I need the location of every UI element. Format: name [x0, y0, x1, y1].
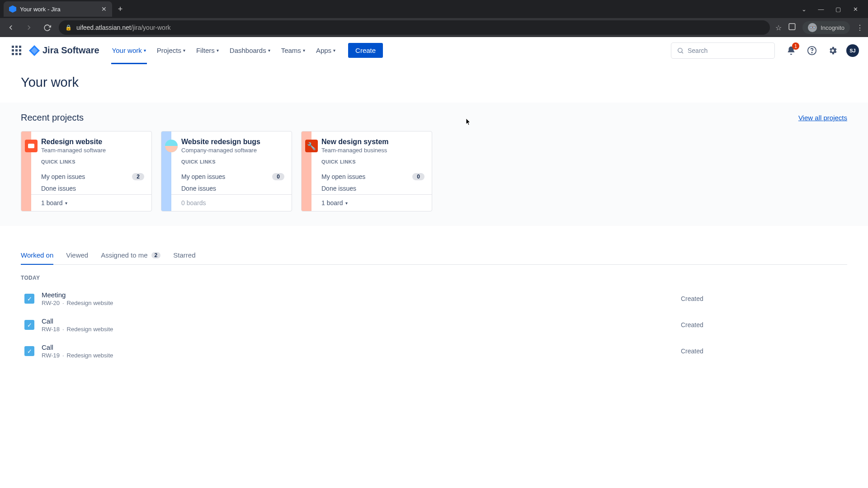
create-button[interactable]: Create [348, 43, 383, 58]
project-type: Team-managed software [41, 147, 143, 154]
user-avatar[interactable]: SJ [846, 44, 859, 57]
project-card[interactable]: 🔧 New design system Team-managed busines… [301, 131, 432, 211]
issue-row[interactable]: ✓ Call RW-19·Redesign website Created [21, 338, 847, 364]
project-type: Company-managed software [181, 147, 283, 154]
issue-status: Created [681, 321, 844, 328]
incognito-label: Incognito [821, 24, 844, 31]
project-type: Team-managed business [321, 147, 424, 154]
chevron-down-icon: ▾ [303, 48, 305, 53]
issue-title: Meeting [42, 291, 674, 299]
project-name: Website redesign bugs [181, 138, 283, 146]
search-input[interactable]: Search [671, 42, 775, 59]
quick-links-label: QUICK LINKS [181, 159, 283, 164]
maximize-icon[interactable]: ▢ [834, 6, 843, 13]
svg-point-3 [811, 52, 812, 52]
jira-page: Jira Software Your work▾ Projects▾ Filte… [0, 37, 868, 488]
recent-projects-section: Recent projects View all projects Redesi… [0, 103, 868, 226]
chevron-down-icon: ▾ [345, 201, 348, 206]
nav-apps[interactable]: Apps▾ [311, 44, 340, 57]
my-open-issues-link[interactable]: My open issues 0 [171, 171, 292, 183]
jira-favicon [9, 5, 16, 13]
project-avatar [165, 140, 178, 152]
issue-title: Call [42, 317, 674, 325]
task-icon: ✓ [24, 294, 34, 304]
search-icon [677, 47, 684, 54]
search-placeholder: Search [688, 47, 708, 54]
chevron-down-icon: ▾ [217, 48, 219, 53]
jira-header: Jira Software Your work▾ Projects▾ Filte… [0, 37, 868, 64]
app-switcher-icon[interactable] [9, 43, 24, 58]
boards-dropdown[interactable]: 1 board▾ [31, 194, 151, 211]
page-title: Your work [21, 75, 847, 90]
browser-tab[interactable]: Your work - Jira ✕ [4, 1, 112, 17]
my-open-issues-link[interactable]: My open issues 2 [31, 171, 151, 183]
browser-menu-icon[interactable]: ⋮ [856, 23, 863, 32]
issue-row[interactable]: ✓ Meeting RW-20·Redesign website Created [21, 286, 847, 312]
nav-dashboards[interactable]: Dashboards▾ [225, 44, 275, 57]
chevron-down-icon: ▾ [65, 201, 67, 206]
notification-badge: 1 [792, 42, 799, 50]
close-tab-icon[interactable]: ✕ [101, 5, 107, 13]
forward-button [23, 21, 35, 34]
nav-items: Your work▾ Projects▾ Filters▾ Dashboards… [108, 44, 340, 57]
chevron-down-icon[interactable]: ⌄ [799, 6, 808, 13]
project-avatar: 🔧 [305, 140, 318, 152]
chevron-down-icon: ▾ [144, 48, 146, 53]
settings-icon[interactable] [826, 43, 840, 58]
quick-links-label: QUICK LINKS [321, 159, 424, 164]
nav-projects[interactable]: Projects▾ [152, 44, 190, 57]
project-name: New design system [321, 138, 424, 146]
minimize-icon[interactable]: — [816, 6, 826, 13]
issue-row[interactable]: ✓ Call RW-18·Redesign website Created [21, 312, 847, 338]
url-path: /jira/your-work [131, 24, 171, 31]
done-issues-link[interactable]: Done issues [171, 183, 292, 194]
boards-dropdown[interactable]: 1 board▾ [311, 194, 432, 211]
notifications-icon[interactable]: 1 [784, 43, 798, 58]
nav-filters[interactable]: Filters▾ [192, 44, 223, 57]
back-button[interactable] [5, 21, 17, 34]
help-icon[interactable] [805, 43, 819, 58]
address-bar[interactable]: 🔒 uifeed.atlassian.net/jira/your-work [59, 20, 770, 35]
open-issues-badge: 2 [132, 173, 144, 180]
incognito-icon: 👓 [808, 23, 817, 32]
tab-worked-on[interactable]: Worked on [21, 247, 53, 264]
incognito-badge[interactable]: 👓 Incognito [802, 21, 850, 34]
chevron-down-icon: ▾ [183, 48, 185, 53]
issue-meta: RW-19·Redesign website [42, 352, 674, 359]
nav-your-work[interactable]: Your work▾ [108, 44, 151, 57]
lock-icon: 🔒 [65, 24, 72, 31]
open-issues-badge: 0 [272, 173, 284, 180]
issue-meta: RW-18·Redesign website [42, 326, 674, 333]
jira-logo[interactable]: Jira Software [29, 45, 99, 56]
project-card[interactable]: Website redesign bugs Company-managed so… [161, 131, 292, 211]
chevron-down-icon: ▾ [268, 48, 270, 53]
issue-meta: RW-20·Redesign website [42, 300, 674, 306]
quick-links-label: QUICK LINKS [41, 159, 143, 164]
tab-starred[interactable]: Starred [173, 247, 195, 264]
browser-chrome: Your work - Jira ✕ + ⌄ — ▢ ✕ 🔒 uifeed.at… [0, 0, 868, 37]
extensions-icon[interactable] [788, 23, 796, 33]
task-icon: ✓ [24, 346, 34, 356]
done-issues-link[interactable]: Done issues [31, 183, 151, 194]
issue-status: Created [681, 295, 844, 302]
group-today-label: TODAY [21, 275, 847, 281]
tab-badge: 2 [151, 252, 161, 258]
tab-viewed[interactable]: Viewed [66, 247, 88, 264]
close-window-icon[interactable]: ✕ [851, 6, 860, 13]
done-issues-link[interactable]: Done issues [311, 183, 432, 194]
jira-logo-icon [29, 45, 40, 56]
view-all-projects-link[interactable]: View all projects [798, 114, 847, 122]
logo-text: Jira Software [42, 45, 99, 56]
recent-projects-title: Recent projects [21, 113, 84, 123]
project-card[interactable]: Redesign website Team-managed software Q… [21, 131, 152, 211]
bookmark-icon[interactable]: ☆ [775, 23, 782, 32]
my-open-issues-link[interactable]: My open issues 0 [311, 171, 432, 183]
issue-title: Call [42, 343, 674, 351]
open-issues-badge: 0 [412, 173, 425, 180]
reload-button[interactable] [41, 21, 53, 34]
tab-assigned-to-me[interactable]: Assigned to me2 [101, 247, 160, 264]
nav-teams[interactable]: Teams▾ [277, 44, 310, 57]
new-tab-button[interactable]: + [114, 3, 127, 15]
svg-point-1 [678, 48, 682, 52]
boards-dropdown: 0 boards [171, 194, 292, 211]
